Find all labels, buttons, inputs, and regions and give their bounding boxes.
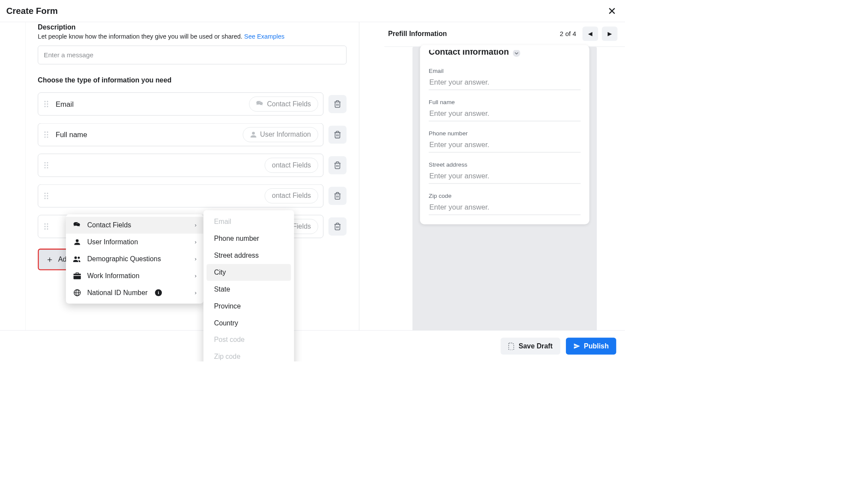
field-item[interactable]: ontact Fields bbox=[38, 184, 323, 207]
delete-field-button[interactable] bbox=[329, 125, 347, 144]
category-menu-label: Contact Fields bbox=[87, 221, 131, 230]
plus-icon: ＋ bbox=[46, 254, 54, 265]
preview-card-title-text: Contact Information bbox=[429, 50, 509, 57]
preview-field: Email bbox=[429, 68, 581, 90]
description-input[interactable] bbox=[38, 46, 346, 64]
category-menu-label: User Information bbox=[87, 238, 138, 246]
save-draft-label: Save Draft bbox=[519, 342, 552, 350]
preview-prev-button[interactable]: ◀ bbox=[582, 26, 598, 41]
preview-field: Phone number bbox=[429, 130, 581, 153]
caret-left-icon: ◀ bbox=[588, 30, 592, 37]
preview-next-button[interactable]: ▶ bbox=[602, 26, 618, 41]
choose-info-heading: Choose the type of information you need bbox=[38, 76, 346, 85]
category-menu-item-user[interactable]: User Information › bbox=[66, 234, 204, 251]
submenu-item-phone[interactable]: Phone number bbox=[207, 230, 291, 247]
chevron-right-icon: › bbox=[195, 289, 197, 296]
svg-point-4 bbox=[513, 50, 520, 57]
delete-field-button[interactable] bbox=[329, 156, 347, 174]
person-icon bbox=[250, 131, 257, 138]
field-row: Full name User Information bbox=[38, 123, 346, 146]
category-menu-item-work[interactable]: Work Information › bbox=[66, 267, 204, 284]
drag-handle-icon[interactable] bbox=[44, 223, 50, 230]
contact-fields-submenu[interactable]: Email Phone number Street address City S… bbox=[204, 210, 294, 361]
publish-button[interactable]: Publish bbox=[566, 338, 616, 354]
preview-field-label: Zip code bbox=[429, 193, 581, 200]
trash-icon bbox=[333, 223, 342, 231]
submenu-item-postcode[interactable]: Post code bbox=[207, 331, 291, 348]
field-row: ontact Fields bbox=[38, 184, 346, 207]
preview-field-input[interactable] bbox=[429, 199, 581, 215]
chevron-right-icon: › bbox=[195, 272, 197, 279]
draft-file-icon bbox=[508, 342, 515, 350]
info-icon[interactable]: i bbox=[155, 289, 162, 296]
field-tag-label: ontact Fields bbox=[272, 192, 311, 200]
category-menu[interactable]: Contact Fields › User Information › Demo… bbox=[66, 214, 204, 304]
save-draft-button[interactable]: Save Draft bbox=[500, 338, 560, 354]
field-tag: Contact Fields bbox=[249, 96, 318, 112]
modal-title: Create Form bbox=[6, 6, 58, 16]
preview-field-input[interactable] bbox=[429, 105, 581, 121]
drag-handle-icon[interactable] bbox=[44, 131, 50, 138]
publish-label: Publish bbox=[584, 342, 608, 350]
chevron-right-icon: › bbox=[195, 239, 197, 245]
preview-field: Street address bbox=[429, 161, 581, 184]
category-menu-label: National ID Number bbox=[87, 289, 148, 297]
field-row: Email Contact Fields bbox=[38, 92, 346, 115]
submenu-item-country[interactable]: Country bbox=[207, 315, 291, 331]
svg-point-1 bbox=[78, 256, 80, 259]
preview-field-label: Phone number bbox=[429, 130, 581, 137]
field-tag: User Information bbox=[243, 127, 318, 142]
submenu-item-state[interactable]: State bbox=[207, 281, 291, 298]
preview-step-indicator: 2 of 4 bbox=[560, 30, 576, 37]
submenu-item-city[interactable]: City bbox=[207, 264, 291, 281]
person-icon bbox=[73, 239, 82, 246]
submenu-item-email[interactable]: Email bbox=[207, 213, 291, 230]
svg-point-0 bbox=[74, 256, 77, 259]
field-label: Full name bbox=[56, 131, 243, 139]
preview-field-input[interactable] bbox=[429, 168, 581, 184]
paper-plane-icon bbox=[573, 342, 580, 349]
field-item[interactable]: Email Contact Fields bbox=[38, 92, 323, 115]
preview-title: Prefill Information bbox=[388, 30, 447, 38]
chat-bubble-icon bbox=[256, 101, 264, 107]
preview-card-title: Contact Information bbox=[429, 50, 581, 57]
category-menu-item-demographic[interactable]: Demographic Questions › bbox=[66, 250, 204, 267]
preview-field-input[interactable] bbox=[429, 137, 581, 152]
preview-field: Zip code bbox=[429, 193, 581, 215]
drag-handle-icon[interactable] bbox=[44, 193, 50, 199]
trash-icon bbox=[333, 161, 342, 170]
delete-field-button[interactable] bbox=[329, 217, 347, 236]
caret-right-icon: ▶ bbox=[608, 30, 612, 37]
modal-header: Create Form ✕ bbox=[0, 0, 625, 22]
field-item[interactable]: ontact Fields bbox=[38, 154, 323, 177]
chevron-right-icon: › bbox=[195, 256, 197, 262]
preview-field-label: Full name bbox=[429, 99, 581, 106]
preview-header: Prefill Information 2 of 4 ◀ ▶ bbox=[385, 25, 625, 47]
chat-bubble-icon bbox=[73, 222, 82, 228]
category-menu-item-national-id[interactable]: National ID Number i › bbox=[66, 284, 204, 301]
category-menu-item-contact[interactable]: Contact Fields › bbox=[66, 217, 204, 234]
submenu-item-zipcode[interactable]: Zip code bbox=[207, 348, 291, 361]
submenu-item-province[interactable]: Province bbox=[207, 298, 291, 315]
field-tag: ontact Fields bbox=[265, 188, 318, 203]
preview-field-input[interactable] bbox=[429, 74, 581, 90]
category-menu-label: Demographic Questions bbox=[87, 255, 161, 263]
preview-field-label: Email bbox=[429, 68, 581, 75]
see-examples-link[interactable]: See Examples bbox=[244, 33, 285, 40]
form-editor-card: Description Let people know how the info… bbox=[25, 22, 359, 361]
briefcase-icon bbox=[73, 272, 82, 279]
field-tag-label: Contact Fields bbox=[267, 100, 311, 108]
delete-field-button[interactable] bbox=[329, 187, 347, 205]
drag-handle-icon[interactable] bbox=[44, 162, 50, 168]
drag-handle-icon[interactable] bbox=[44, 101, 50, 107]
close-icon[interactable]: ✕ bbox=[608, 6, 616, 16]
field-tag-label: User Information bbox=[260, 131, 311, 139]
field-item[interactable]: Full name User Information bbox=[38, 123, 323, 146]
submenu-item-street[interactable]: Street address bbox=[207, 247, 291, 264]
description-subtext: Let people know how the information they… bbox=[38, 33, 346, 40]
preview-card: Contact Information Email Full name bbox=[420, 45, 589, 224]
chevron-right-icon: › bbox=[195, 222, 197, 229]
field-tag-label: ontact Fields bbox=[272, 161, 311, 170]
field-row: ontact Fields bbox=[38, 154, 346, 177]
delete-field-button[interactable] bbox=[329, 95, 347, 113]
